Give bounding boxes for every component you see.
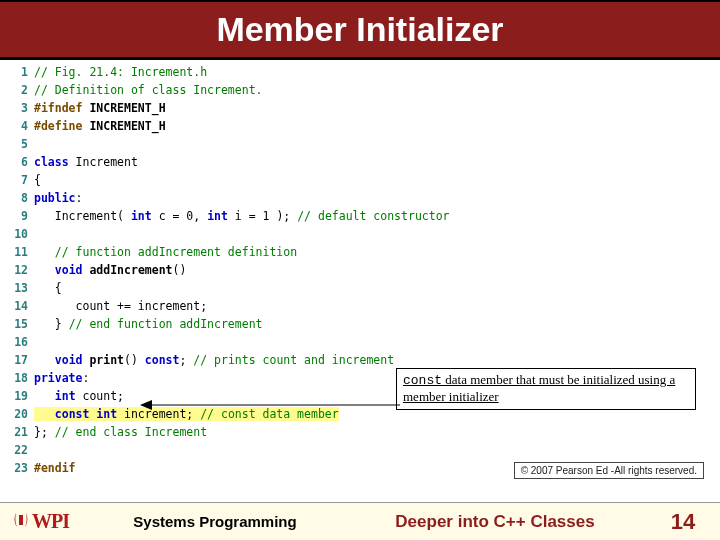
code-content: class Increment bbox=[34, 153, 710, 171]
line-number: 12 bbox=[10, 261, 34, 279]
annotation-callout: const data member that must be initializ… bbox=[396, 368, 696, 410]
code-line: 16 bbox=[10, 333, 710, 351]
code-listing: 1// Fig. 21.4: Increment.h2// Definition… bbox=[10, 63, 710, 477]
line-number: 8 bbox=[10, 189, 34, 207]
svg-rect-2 bbox=[19, 515, 23, 525]
line-number: 1 bbox=[10, 63, 34, 81]
code-line: 6class Increment bbox=[10, 153, 710, 171]
code-line: 21}; // end class Increment bbox=[10, 423, 710, 441]
line-number: 10 bbox=[10, 225, 34, 243]
callout-text: data member that must be initialized usi… bbox=[403, 372, 675, 404]
code-content: }; // end class Increment bbox=[34, 423, 710, 441]
footer-topic: Deeper into C++ Classes bbox=[330, 512, 660, 532]
code-content: } // end function addIncrement bbox=[34, 315, 710, 333]
code-line: 9 Increment( int c = 0, int i = 1 ); // … bbox=[10, 207, 710, 225]
code-content: #ifndef INCREMENT_H bbox=[34, 99, 710, 117]
code-line: 22 bbox=[10, 441, 710, 459]
line-number: 13 bbox=[10, 279, 34, 297]
wpi-logo-text: WPI bbox=[32, 510, 69, 533]
footer-course: Systems Programming bbox=[100, 513, 330, 530]
line-number: 16 bbox=[10, 333, 34, 351]
code-line: 5 bbox=[10, 135, 710, 153]
footer-page-number: 14 bbox=[660, 509, 720, 535]
code-line: 12 void addIncrement() bbox=[10, 261, 710, 279]
code-line: 17 void print() const; // prints count a… bbox=[10, 351, 710, 369]
code-line: 15 } // end function addIncrement bbox=[10, 315, 710, 333]
code-line: 11 // function addIncrement definition bbox=[10, 243, 710, 261]
code-content bbox=[34, 441, 710, 459]
line-number: 22 bbox=[10, 441, 34, 459]
code-line: 4#define INCREMENT_H bbox=[10, 117, 710, 135]
code-line: 1// Fig. 21.4: Increment.h bbox=[10, 63, 710, 81]
code-line: 10 bbox=[10, 225, 710, 243]
code-content bbox=[34, 333, 710, 351]
code-content: void print() const; // prints count and … bbox=[34, 351, 710, 369]
code-content: public: bbox=[34, 189, 710, 207]
line-number: 9 bbox=[10, 207, 34, 225]
line-number: 2 bbox=[10, 81, 34, 99]
code-line: 14 count += increment; bbox=[10, 297, 710, 315]
code-line: 3#ifndef INCREMENT_H bbox=[10, 99, 710, 117]
line-number: 3 bbox=[10, 99, 34, 117]
code-line: 2// Definition of class Increment. bbox=[10, 81, 710, 99]
code-content: count += increment; bbox=[34, 297, 710, 315]
callout-const-kw: const bbox=[403, 373, 442, 388]
wpi-logo: WPI bbox=[0, 510, 100, 533]
code-content: // Definition of class Increment. bbox=[34, 81, 710, 99]
line-number: 7 bbox=[10, 171, 34, 189]
code-content: { bbox=[34, 171, 710, 189]
code-line: 8public: bbox=[10, 189, 710, 207]
line-number: 20 bbox=[10, 405, 34, 423]
line-number: 6 bbox=[10, 153, 34, 171]
line-number: 15 bbox=[10, 315, 34, 333]
line-number: 23 bbox=[10, 459, 34, 477]
line-number: 14 bbox=[10, 297, 34, 315]
code-content: // function addIncrement definition bbox=[34, 243, 710, 261]
wpi-logo-icon bbox=[12, 511, 30, 533]
line-number: 17 bbox=[10, 351, 34, 369]
code-content: // Fig. 21.4: Increment.h bbox=[34, 63, 710, 81]
title-bar: Member Initializer bbox=[0, 0, 720, 60]
code-content: #define INCREMENT_H bbox=[34, 117, 710, 135]
line-number: 11 bbox=[10, 243, 34, 261]
footer-bar: WPI Systems Programming Deeper into C++ … bbox=[0, 502, 720, 540]
line-number: 18 bbox=[10, 369, 34, 387]
line-number: 21 bbox=[10, 423, 34, 441]
code-content: void addIncrement() bbox=[34, 261, 710, 279]
line-number: 19 bbox=[10, 387, 34, 405]
copyright-notice: © 2007 Pearson Ed -All rights reserved. bbox=[514, 462, 704, 479]
code-line: 13 { bbox=[10, 279, 710, 297]
code-content bbox=[34, 225, 710, 243]
slide-title: Member Initializer bbox=[216, 10, 503, 49]
line-number: 5 bbox=[10, 135, 34, 153]
code-content bbox=[34, 135, 710, 153]
code-content: { bbox=[34, 279, 710, 297]
code-content: Increment( int c = 0, int i = 1 ); // de… bbox=[34, 207, 710, 225]
line-number: 4 bbox=[10, 117, 34, 135]
code-line: 7{ bbox=[10, 171, 710, 189]
